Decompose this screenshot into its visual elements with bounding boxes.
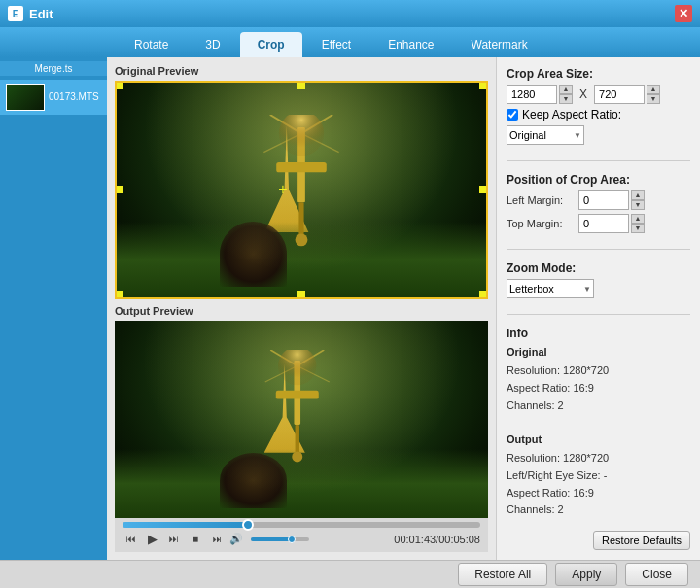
- width-spin-group: 1280 ▲ ▼: [507, 85, 573, 104]
- tab-3d[interactable]: 3D: [188, 32, 237, 57]
- tab-bar: Rotate 3D Crop Effect Enhance Watermark: [0, 27, 700, 57]
- zoom-mode-select[interactable]: Letterbox Pan & Scan Full: [507, 279, 594, 298]
- stop-button[interactable]: ■: [187, 531, 204, 548]
- separator-1: [507, 160, 690, 161]
- height-up-arrow[interactable]: ▲: [647, 85, 660, 94]
- close-window-button[interactable]: ✕: [675, 5, 692, 22]
- zoom-select-wrapper: Letterbox Pan & Scan Full: [507, 279, 594, 298]
- info-content: Original Resolution: 1280*720 Aspect Rat…: [507, 344, 690, 519]
- original-video-frame: [117, 83, 486, 297]
- restore-defaults-button[interactable]: Restore Defaults: [593, 531, 690, 550]
- zoom-mode-row: Letterbox Pan & Scan Full: [507, 279, 690, 298]
- height-down-arrow[interactable]: ▼: [647, 94, 660, 104]
- zoom-mode-section: Zoom Mode: Letterbox Pan & Scan Full: [507, 261, 690, 302]
- main-container: Rotate 3D Crop Effect Enhance Watermark …: [0, 27, 700, 588]
- progress-thumb[interactable]: [242, 519, 254, 531]
- aspect-select-wrapper: Original 16:9 4:3 1:1: [507, 125, 584, 145]
- tab-rotate[interactable]: Rotate: [117, 32, 186, 57]
- info-title: Info: [507, 327, 690, 340]
- original-channels: Channels: 2: [507, 398, 690, 415]
- crop-width-input[interactable]: 1280: [507, 85, 557, 104]
- close-button[interactable]: Close: [625, 563, 688, 586]
- svg-point-7: [296, 233, 308, 246]
- crop-size-row: 1280 ▲ ▼ X 720 ▲ ▼: [507, 85, 690, 104]
- svg-point-8: [279, 115, 324, 156]
- crop-handle-rm[interactable]: [479, 186, 487, 193]
- width-up-arrow[interactable]: ▲: [559, 85, 573, 94]
- window-title: Edit: [29, 7, 53, 21]
- bottom-bar: Restore All Apply Close: [0, 560, 700, 588]
- output-preview-section: Output Preview: [115, 305, 488, 518]
- tab-crop[interactable]: Crop: [240, 32, 302, 57]
- top-margin-spin: 0 ▲ ▼: [578, 214, 645, 233]
- keep-aspect-row: Keep Aspect Ratio:: [507, 108, 690, 121]
- original-video-preview: +: [115, 81, 488, 299]
- x-separator: X: [579, 87, 587, 101]
- output-aspect-ratio: Aspect Ratio: 16:9: [507, 485, 690, 502]
- top-margin-input[interactable]: 0: [578, 214, 629, 233]
- skip-end-button[interactable]: ⏭: [208, 531, 226, 548]
- height-arrows: ▲ ▼: [647, 85, 660, 104]
- output-channels: Channels: 2: [507, 502, 690, 519]
- original-preview-section: Original Preview: [115, 65, 488, 299]
- keep-aspect-checkbox[interactable]: [507, 109, 518, 121]
- crop-handle-br[interactable]: [479, 291, 487, 298]
- crop-handle-tl[interactable]: [116, 82, 123, 89]
- left-margin-input[interactable]: 0: [578, 190, 629, 210]
- app-icon: E: [8, 6, 23, 21]
- keep-aspect-label: Keep Aspect Ratio:: [522, 108, 621, 121]
- progress-fill: [122, 522, 248, 528]
- aspect-select[interactable]: Original 16:9 4:3 1:1: [507, 125, 584, 145]
- height-spin-group: 720 ▲ ▼: [594, 85, 660, 104]
- svg-point-16: [293, 452, 303, 463]
- lm-down[interactable]: ▼: [631, 200, 645, 210]
- tm-up[interactable]: ▲: [631, 214, 645, 224]
- progress-bar[interactable]: [122, 522, 480, 528]
- output-video-frame: [115, 321, 488, 518]
- separator-3: [507, 314, 690, 315]
- playback-controls: ⏮ ▶ ⏭ ■ ⏭ 🔊 00:01:43/00:05:08: [115, 518, 488, 552]
- preview-sections: Original Preview: [115, 65, 488, 518]
- apply-button[interactable]: Apply: [555, 563, 617, 586]
- time-display: 00:01:43/00:05:08: [394, 534, 480, 545]
- restore-all-button[interactable]: Restore All: [458, 563, 547, 586]
- crop-handle-tr[interactable]: [479, 82, 487, 89]
- play-button[interactable]: ▶: [144, 531, 161, 548]
- original-aspect-ratio: Aspect Ratio: 16:9: [507, 380, 690, 398]
- next-frame-button[interactable]: ⏭: [165, 531, 183, 548]
- crop-height-input[interactable]: 720: [594, 85, 645, 104]
- position-title: Position of Crop Area:: [507, 173, 690, 187]
- skip-start-button[interactable]: ⏮: [122, 531, 140, 548]
- output-preview-label: Output Preview: [115, 305, 488, 317]
- output-resolution: Resolution: 1280*720: [507, 450, 690, 467]
- title-bar: E Edit ✕: [0, 0, 700, 27]
- crop-handle-bl[interactable]: [116, 291, 123, 298]
- volume-bar[interactable]: [251, 537, 309, 541]
- merge-label: Merge.ts: [0, 61, 107, 76]
- info-section: Info Original Resolution: 1280*720 Aspec…: [507, 327, 690, 519]
- volume-thumb[interactable]: [288, 536, 296, 543]
- crop-handle-tm[interactable]: [298, 82, 305, 89]
- crop-handle-lm[interactable]: [116, 186, 123, 193]
- svg-rect-14: [276, 391, 319, 399]
- file-name: 00173.MTS: [49, 91, 99, 102]
- tab-watermark[interactable]: Watermark: [454, 32, 545, 57]
- top-margin-row: Top Margin: 0 ▲ ▼: [507, 214, 690, 233]
- tab-enhance[interactable]: Enhance: [370, 32, 451, 57]
- output-video-preview: [115, 321, 488, 518]
- tm-down[interactable]: ▼: [631, 224, 645, 233]
- crop-area-title: Crop Area Size:: [507, 67, 690, 81]
- crop-area-section: Crop Area Size: 1280 ▲ ▼ X 720 ▲: [507, 67, 690, 149]
- content-area: Merge.ts 00173.MTS Original Preview: [0, 57, 700, 560]
- file-item[interactable]: 00173.MTS: [0, 80, 107, 115]
- left-margin-arrows: ▲ ▼: [631, 190, 645, 210]
- width-down-arrow[interactable]: ▼: [559, 94, 573, 104]
- tab-effect[interactable]: Effect: [304, 32, 368, 57]
- svg-rect-5: [276, 162, 327, 172]
- svg-point-17: [278, 350, 317, 385]
- top-margin-arrows: ▲ ▼: [631, 214, 645, 233]
- output-info-header: Output: [507, 432, 690, 449]
- lm-up[interactable]: ▲: [631, 190, 645, 200]
- width-arrows: ▲ ▼: [559, 85, 573, 104]
- crop-handle-bm[interactable]: [298, 291, 305, 298]
